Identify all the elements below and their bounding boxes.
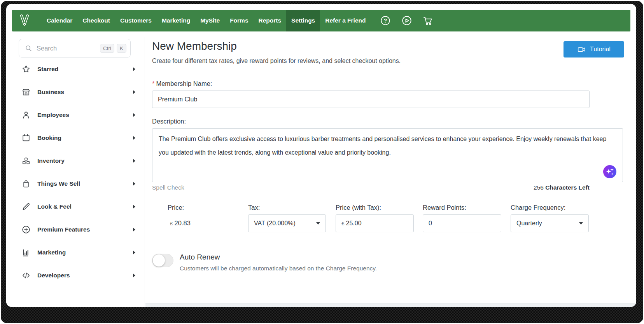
sidebar-item-things-we-sell[interactable]: Things We Sell — [6, 172, 145, 195]
auto-renew-description: Customers will be charged automatically … — [180, 265, 377, 272]
search-icon — [24, 44, 33, 52]
main-footer-strip — [145, 303, 636, 307]
tax-label: Tax: — [248, 204, 260, 211]
person-icon — [21, 110, 31, 120]
page-title: New Membership — [152, 40, 237, 52]
nav-checkout[interactable]: Checkout — [77, 10, 115, 31]
membership-name-label: *Membership Name: — [152, 80, 212, 87]
shopping-bag-icon — [21, 179, 31, 188]
chevron-right-icon — [133, 159, 135, 163]
sidebar-item-developers[interactable]: Developers — [6, 264, 145, 287]
storefront-icon — [21, 87, 31, 97]
top-navbar: Calendar Checkout Customers Marketing My… — [12, 10, 630, 31]
page-subtitle: Create four different tax rates, give re… — [152, 57, 401, 64]
chevron-down-icon — [316, 222, 320, 225]
description-field: The Premium Club offers exclusive access… — [152, 128, 623, 182]
characters-left: 256 Characters Left — [152, 184, 590, 191]
sidebar-item-label: Business — [37, 89, 64, 96]
price-with-tax-value[interactable] — [346, 220, 408, 227]
kbd-k: K — [117, 44, 126, 53]
sidebar-item-label: Marketing — [37, 249, 66, 256]
description-label: Description: — [152, 118, 186, 125]
nav-forms[interactable]: Forms — [225, 10, 253, 31]
sidebar-item-label: Look & Feel — [37, 203, 72, 210]
navbar-icons: ? — [380, 15, 434, 26]
charge-frequency-label: Charge Frequency: — [511, 204, 565, 211]
tutorial-button-label: Tutorial — [590, 46, 611, 53]
vagaro-logo-icon[interactable] — [17, 13, 32, 28]
nav-mysite[interactable]: MySite — [195, 10, 225, 31]
tax-select[interactable]: VAT (20.000%) — [248, 214, 326, 232]
chevron-right-icon — [133, 273, 135, 277]
price-label: Price: — [168, 204, 184, 211]
charge-frequency-select[interactable]: Quarterly — [511, 214, 589, 232]
section-divider — [152, 245, 590, 245]
currency-symbol: £ — [341, 221, 345, 226]
search-input[interactable]: Search Ctrl K — [19, 39, 131, 57]
reward-points-label: Reward Points: — [423, 204, 466, 211]
sidebar-item-starred[interactable]: Starred — [6, 57, 145, 80]
cart-icon[interactable] — [423, 15, 434, 26]
sidebar-item-inventory[interactable]: Inventory — [6, 149, 145, 172]
star-icon — [21, 64, 31, 74]
sidebar-item-label: Premium Features — [37, 226, 90, 233]
help-icon[interactable]: ? — [380, 15, 391, 26]
kbd-ctrl: Ctrl — [100, 44, 114, 53]
nav-refer-a-friend[interactable]: Refer a Friend — [320, 10, 371, 31]
chevron-right-icon — [133, 113, 135, 117]
chevron-right-icon — [133, 228, 135, 232]
sidebar-item-booking[interactable]: Booking — [6, 126, 145, 149]
reward-points-input[interactable] — [423, 214, 501, 232]
sidebar: Search Ctrl K Starred Business — [6, 37, 145, 307]
nav-reports[interactable]: Reports — [254, 10, 287, 31]
price-value: £20.83 — [170, 219, 191, 227]
currency-symbol: £ — [170, 221, 173, 226]
code-icon — [21, 271, 31, 280]
video-camera-icon — [577, 45, 586, 54]
nav-calendar[interactable]: Calendar — [42, 10, 77, 31]
sidebar-item-marketing[interactable]: Marketing — [6, 241, 145, 264]
sidebar-item-premium-features[interactable]: Premium Features — [6, 218, 145, 241]
sidebar-item-label: Starred — [37, 66, 58, 73]
reward-points-value[interactable] — [429, 220, 495, 227]
bar-chart-icon — [21, 248, 31, 257]
sidebar-item-label: Employees — [37, 111, 69, 118]
auto-renew-toggle[interactable] — [152, 254, 173, 267]
tutorial-button[interactable]: Tutorial — [564, 41, 624, 57]
chevron-right-icon — [133, 205, 135, 209]
main-content: New Membership Create four different tax… — [145, 31, 636, 303]
play-video-icon[interactable] — [401, 15, 412, 26]
sidebar-item-business[interactable]: Business — [6, 80, 145, 103]
price-with-tax-input[interactable]: £ — [336, 214, 414, 232]
chevron-right-icon — [133, 136, 135, 140]
description-textarea[interactable]: The Premium Club offers exclusive access… — [152, 129, 623, 182]
chevron-right-icon — [133, 251, 135, 254]
search-placeholder: Search — [37, 45, 98, 52]
sidebar-item-label: Developers — [37, 272, 70, 279]
chevron-down-icon — [579, 222, 583, 225]
membership-name-input[interactable] — [152, 91, 590, 108]
sidebar-item-look-and-feel[interactable]: Look & Feel — [6, 195, 145, 218]
sidebar-item-label: Things We Sell — [37, 180, 80, 187]
sidebar-menu: Starred Business Employees — [6, 57, 145, 287]
sidebar-item-label: Booking — [37, 134, 61, 141]
price-with-tax-label: Price (with Tax): — [336, 204, 381, 211]
calendar-icon — [21, 133, 31, 143]
ai-assistant-icon[interactable] — [603, 165, 616, 178]
chevron-right-icon — [133, 182, 135, 186]
required-asterisk: * — [152, 80, 154, 87]
nav-settings[interactable]: Settings — [286, 10, 320, 31]
boxes-icon — [21, 156, 31, 165]
chevron-right-icon — [133, 90, 135, 94]
nav-customers[interactable]: Customers — [115, 10, 157, 31]
app-card: Calendar Checkout Customers Marketing My… — [6, 4, 636, 307]
toggle-knob — [153, 254, 165, 267]
sidebar-item-employees[interactable]: Employees — [6, 103, 145, 126]
pencil-icon — [21, 202, 31, 211]
auto-renew-label: Auto Renew — [180, 253, 220, 261]
plus-circle-icon — [21, 225, 31, 234]
app-window: Calendar Checkout Customers Marketing My… — [0, 0, 644, 324]
nav-marketing[interactable]: Marketing — [157, 10, 195, 31]
sidebar-item-label: Inventory — [37, 157, 65, 164]
chevron-right-icon — [133, 67, 135, 71]
